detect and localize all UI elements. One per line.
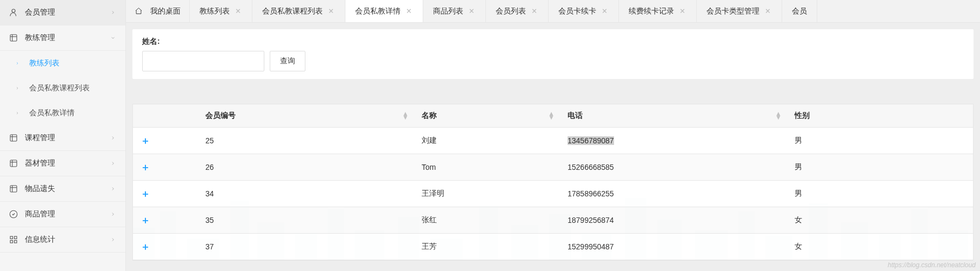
col-tel-label: 电话 bbox=[568, 111, 583, 120]
tab-label: 教练列表 bbox=[199, 6, 230, 16]
sort-icon[interactable]: ▲▼ bbox=[775, 112, 782, 120]
cell-gender: 女 bbox=[787, 207, 973, 234]
tab-renew[interactable]: 会员卡续卡✕ bbox=[549, 0, 619, 22]
svg-rect-1 bbox=[10, 35, 17, 41]
sidebar-item-coach[interactable]: 教练管理 bbox=[0, 25, 125, 51]
expand-icon[interactable]: ＋ bbox=[141, 188, 150, 199]
close-icon[interactable]: ✕ bbox=[234, 7, 242, 15]
chevron-right-icon bbox=[15, 61, 23, 65]
cell-name: Tom bbox=[414, 154, 560, 181]
close-icon[interactable]: ✕ bbox=[327, 7, 335, 15]
expand-icon[interactable]: ＋ bbox=[141, 215, 150, 226]
chevron-right-icon bbox=[110, 9, 117, 16]
sidebar-item-label: 商品管理 bbox=[25, 209, 110, 219]
chevron-down-icon bbox=[110, 35, 117, 41]
tab-mpd[interactable]: 会员私教详情✕ bbox=[345, 0, 423, 22]
tab-bar: 我的桌面教练列表✕会员私教课程列表✕会员私教详情✕商品列表✕会员列表✕会员卡续卡… bbox=[126, 0, 980, 23]
expand-icon[interactable]: ＋ bbox=[141, 241, 150, 252]
tab-home[interactable]: 我的桌面 bbox=[126, 0, 190, 22]
app-layout: 会员管理教练管理教练列表会员私教课程列表会员私教详情课程管理器材管理物品遗失商品… bbox=[0, 0, 980, 271]
sidebar-item-info[interactable]: 信息统计 bbox=[0, 227, 125, 253]
tab-label: 会员卡类型管理 bbox=[706, 6, 759, 16]
sidebar-item-label: 教练管理 bbox=[25, 33, 110, 43]
user-icon bbox=[9, 8, 18, 17]
close-icon[interactable]: ✕ bbox=[601, 7, 609, 15]
sidebar-item-goods[interactable]: 商品管理 bbox=[0, 202, 125, 227]
table-row[interactable]: ＋35张红18799256874女 bbox=[133, 207, 973, 234]
chevron-right-icon bbox=[110, 135, 117, 141]
col-tel-header[interactable]: 电话 ▲▼ bbox=[560, 104, 787, 128]
sidebar-subitem-coach-list[interactable]: 教练列表 bbox=[0, 51, 125, 76]
tab-label: 我的桌面 bbox=[150, 6, 181, 16]
table-row[interactable]: ＋34王泽明17858966255男 bbox=[133, 181, 973, 207]
sidebar-item-label: 会员管理 bbox=[25, 8, 110, 17]
cell-id: 35 bbox=[198, 207, 414, 234]
sidebar-item-lost[interactable]: 物品遗失 bbox=[0, 176, 125, 202]
svg-rect-8 bbox=[10, 241, 13, 243]
chevron-right-icon bbox=[15, 111, 23, 115]
col-name-header[interactable]: 名称 ▲▼ bbox=[414, 104, 560, 128]
svg-rect-6 bbox=[10, 236, 13, 239]
sort-icon[interactable]: ▲▼ bbox=[548, 112, 555, 120]
cell-tel: 15299950487 bbox=[560, 234, 787, 260]
box-icon bbox=[9, 158, 18, 168]
sidebar-item-label: 课程管理 bbox=[25, 133, 110, 143]
search-label: 姓名: bbox=[142, 37, 964, 47]
sidebar-item-member[interactable]: 会员管理 bbox=[0, 0, 125, 25]
cell-tel: 18799256874 bbox=[560, 207, 787, 234]
svg-rect-9 bbox=[15, 241, 17, 243]
tab-goods[interactable]: 商品列表✕ bbox=[423, 0, 486, 22]
main: 我的桌面教练列表✕会员私教课程列表✕会员私教详情✕商品列表✕会员列表✕会员卡续卡… bbox=[126, 0, 980, 271]
col-gender-label: 性别 bbox=[795, 111, 810, 120]
svg-rect-4 bbox=[10, 186, 17, 192]
chevron-right-icon bbox=[110, 160, 117, 167]
col-id-label: 会员编号 bbox=[205, 111, 236, 120]
expand-icon[interactable]: ＋ bbox=[141, 162, 150, 173]
close-icon[interactable]: ✕ bbox=[678, 7, 686, 15]
tab-label: 商品列表 bbox=[433, 6, 463, 16]
sidebar-subitem-member-course[interactable]: 会员私教课程列表 bbox=[0, 76, 125, 101]
table-row[interactable]: ＋26Tom15266668585男 bbox=[133, 154, 973, 181]
tab-renewlog[interactable]: 续费续卡记录✕ bbox=[619, 0, 697, 22]
tab-memb-edge[interactable]: 会员 bbox=[782, 0, 817, 22]
watermark-band bbox=[132, 85, 974, 97]
expand-icon[interactable]: ＋ bbox=[141, 135, 150, 146]
col-name-label: 名称 bbox=[422, 111, 437, 120]
table-row[interactable]: ＋37王芳15299950487女 bbox=[133, 234, 973, 260]
sidebar: 会员管理教练管理教练列表会员私教课程列表会员私教详情课程管理器材管理物品遗失商品… bbox=[0, 0, 126, 271]
close-icon[interactable]: ✕ bbox=[530, 7, 538, 15]
close-icon[interactable]: ✕ bbox=[468, 7, 476, 15]
sort-icon[interactable]: ▲▼ bbox=[402, 112, 409, 120]
table-row[interactable]: ＋25刘建13456789087男 bbox=[133, 128, 973, 154]
tab-coach-list[interactable]: 教练列表✕ bbox=[190, 0, 252, 22]
sidebar-subitem-member-detail[interactable]: 会员私教详情 bbox=[0, 101, 125, 125]
chevron-right-icon bbox=[110, 236, 117, 243]
grid-icon bbox=[9, 235, 18, 244]
name-input[interactable] bbox=[142, 51, 264, 71]
sidebar-item-label: 物品遗失 bbox=[25, 184, 110, 194]
box-icon bbox=[9, 133, 18, 143]
chevron-right-icon bbox=[110, 186, 117, 192]
sidebar-item-label: 信息统计 bbox=[25, 235, 110, 244]
cart-icon bbox=[9, 209, 18, 219]
sidebar-subitem-label: 教练列表 bbox=[29, 58, 59, 68]
box-icon bbox=[9, 33, 18, 43]
cell-id: 26 bbox=[198, 154, 414, 181]
close-icon[interactable]: ✕ bbox=[764, 7, 772, 15]
tab-members[interactable]: 会员列表✕ bbox=[486, 0, 549, 22]
col-id-header[interactable]: 会员编号 ▲▼ bbox=[198, 104, 414, 128]
cell-name: 刘建 bbox=[414, 128, 560, 154]
sidebar-item-course[interactable]: 课程管理 bbox=[0, 125, 125, 151]
content: 姓名: 查询 bbox=[126, 23, 980, 271]
box-icon bbox=[9, 184, 18, 194]
cell-name: 王泽明 bbox=[414, 181, 560, 207]
cell-name: 王芳 bbox=[414, 234, 560, 260]
sidebar-item-equip[interactable]: 器材管理 bbox=[0, 151, 125, 176]
col-gender-header[interactable]: 性别 bbox=[787, 104, 973, 128]
close-icon[interactable]: ✕ bbox=[405, 7, 413, 15]
tab-cardtype[interactable]: 会员卡类型管理✕ bbox=[697, 0, 782, 22]
tab-mpcl[interactable]: 会员私教课程列表✕ bbox=[252, 0, 345, 22]
search-button[interactable]: 查询 bbox=[270, 51, 305, 71]
home-icon bbox=[135, 7, 143, 15]
cell-tel: 13456789087 bbox=[560, 128, 787, 154]
